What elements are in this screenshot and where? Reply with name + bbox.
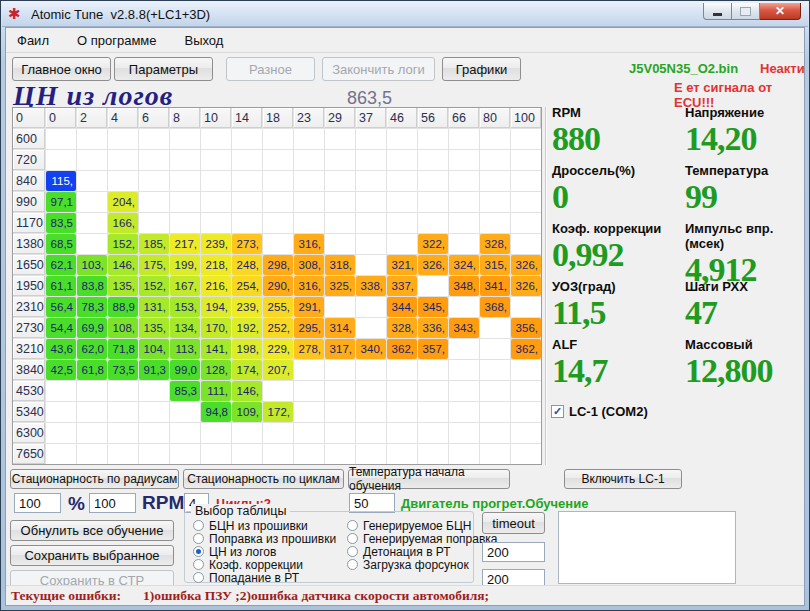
grid-cell[interactable] bbox=[139, 150, 169, 170]
grid-cell[interactable] bbox=[46, 381, 76, 401]
grid-cell[interactable]: 83,8 bbox=[77, 276, 107, 296]
grid-cell[interactable] bbox=[449, 444, 479, 464]
grid-cell[interactable] bbox=[449, 171, 479, 191]
grid-cell[interactable]: 315, bbox=[480, 255, 510, 275]
grid-cell[interactable]: 94,8 bbox=[201, 402, 231, 422]
grid-cell[interactable] bbox=[294, 192, 324, 212]
grid-cell[interactable]: 345, bbox=[418, 297, 448, 317]
grid-cell[interactable] bbox=[480, 381, 510, 401]
grid-cell[interactable] bbox=[356, 402, 386, 422]
grid-cell[interactable] bbox=[77, 171, 107, 191]
grid-cell[interactable] bbox=[201, 213, 231, 233]
grid-cell[interactable] bbox=[232, 444, 262, 464]
grid-cell[interactable] bbox=[294, 381, 324, 401]
grid-cell[interactable] bbox=[511, 150, 541, 170]
grid-cell[interactable] bbox=[418, 171, 448, 191]
enable-lc1-button[interactable]: Включить LC-1 bbox=[564, 469, 682, 489]
grid-cell[interactable] bbox=[387, 360, 417, 380]
grid-cell[interactable]: 175, bbox=[139, 255, 169, 275]
grid-cell[interactable]: 316, bbox=[294, 276, 324, 296]
grid-cell[interactable]: 356, bbox=[511, 318, 541, 338]
grid-cell[interactable]: 336, bbox=[418, 318, 448, 338]
grid-cell[interactable] bbox=[232, 423, 262, 443]
grid-cell[interactable] bbox=[232, 129, 262, 149]
grid-cell[interactable] bbox=[480, 318, 510, 338]
grid-cell[interactable] bbox=[511, 192, 541, 212]
grid-cell[interactable] bbox=[77, 423, 107, 443]
table-select-radio[interactable]: Детонация в РТ bbox=[347, 545, 497, 558]
grid-cell[interactable] bbox=[480, 402, 510, 422]
table-select-radio[interactable]: Поправка из прошивки bbox=[193, 532, 336, 545]
grid-cell[interactable] bbox=[418, 192, 448, 212]
grid-cell[interactable]: 341, bbox=[480, 276, 510, 296]
grid-cell[interactable] bbox=[418, 423, 448, 443]
grid-cell[interactable]: 91,3 bbox=[139, 360, 169, 380]
grid-cell[interactable]: 254, bbox=[232, 276, 262, 296]
grid-cell[interactable]: 316, bbox=[294, 234, 324, 254]
grid-cell[interactable] bbox=[387, 423, 417, 443]
grid-cell[interactable] bbox=[139, 192, 169, 212]
grid-cell[interactable]: 42,5 bbox=[46, 360, 76, 380]
grid-cell[interactable] bbox=[480, 423, 510, 443]
grid-cell[interactable] bbox=[418, 381, 448, 401]
table-select-radio[interactable]: ЦН из логов bbox=[193, 545, 336, 558]
grid-cell[interactable]: 317, bbox=[325, 339, 355, 359]
grid-cell[interactable] bbox=[511, 234, 541, 254]
grid-cell[interactable] bbox=[325, 213, 355, 233]
grid-cell[interactable] bbox=[418, 213, 448, 233]
table-select-radio[interactable]: БЦН из прошивки bbox=[193, 519, 336, 532]
grid-cell[interactable] bbox=[387, 192, 417, 212]
grid-cell[interactable] bbox=[170, 213, 200, 233]
grid-cell[interactable]: 97,1 bbox=[46, 192, 76, 212]
grid-cell[interactable]: 362, bbox=[511, 339, 541, 359]
grid-cell[interactable]: 314, bbox=[325, 318, 355, 338]
grid-cell[interactable]: 362, bbox=[387, 339, 417, 359]
grid-cell[interactable]: 111, bbox=[201, 381, 231, 401]
grid-cell[interactable] bbox=[232, 150, 262, 170]
grid-cell[interactable] bbox=[294, 171, 324, 191]
learning-temperature-button[interactable]: Температура начала обучения bbox=[348, 469, 510, 489]
grid-cell[interactable] bbox=[387, 213, 417, 233]
grid-cell[interactable]: 326, bbox=[418, 255, 448, 275]
grid-cell[interactable]: 278, bbox=[294, 339, 324, 359]
grid-cell[interactable]: 337, bbox=[387, 276, 417, 296]
grid-cell[interactable]: 78,3 bbox=[77, 297, 107, 317]
grid-cell[interactable] bbox=[77, 192, 107, 212]
grid-cell[interactable]: 103, bbox=[77, 255, 107, 275]
grid-cell[interactable]: 322, bbox=[418, 234, 448, 254]
grid-cell[interactable] bbox=[294, 213, 324, 233]
grid-cell[interactable] bbox=[418, 129, 448, 149]
grid-cell[interactable]: 199, bbox=[170, 255, 200, 275]
grid-cell[interactable]: 135, bbox=[108, 276, 138, 296]
toolbar-button[interactable]: Параметры bbox=[114, 57, 213, 81]
grid-cell[interactable]: 326, bbox=[511, 276, 541, 296]
save-selected-button[interactable]: Сохранить выбранное bbox=[10, 545, 174, 566]
grid-cell[interactable] bbox=[77, 234, 107, 254]
timeout1-input[interactable] bbox=[482, 542, 545, 562]
grid-cell[interactable] bbox=[325, 402, 355, 422]
grid-cell[interactable] bbox=[356, 444, 386, 464]
grid-cell[interactable]: 68,5 bbox=[46, 234, 76, 254]
grid-cell[interactable] bbox=[294, 150, 324, 170]
grid-cell[interactable] bbox=[46, 444, 76, 464]
grid-cell[interactable]: 357, bbox=[418, 339, 448, 359]
grid-cell[interactable] bbox=[356, 213, 386, 233]
grid-cell[interactable]: 115, bbox=[46, 171, 76, 191]
grid-cell[interactable]: 83,5 bbox=[46, 213, 76, 233]
lc1-checkbox[interactable]: ✓ LC-1 (COM2) bbox=[551, 404, 648, 419]
grid-cell[interactable]: 166, bbox=[108, 213, 138, 233]
grid-cell[interactable] bbox=[418, 402, 448, 422]
grid-cell[interactable]: 295, bbox=[294, 318, 324, 338]
grid-cell[interactable] bbox=[46, 150, 76, 170]
menu-item-exit[interactable]: Выход bbox=[183, 31, 226, 50]
stationarity-cycles-button[interactable]: Стационарность по циклам bbox=[183, 469, 344, 489]
grid-cell[interactable]: 88,9 bbox=[108, 297, 138, 317]
grid-cell[interactable] bbox=[139, 171, 169, 191]
grid-cell[interactable]: 69,9 bbox=[77, 318, 107, 338]
grid-cell[interactable]: 170, bbox=[201, 318, 231, 338]
grid-cell[interactable]: 248, bbox=[232, 255, 262, 275]
grid-cell[interactable] bbox=[77, 213, 107, 233]
grid-cell[interactable] bbox=[170, 423, 200, 443]
grid-cell[interactable] bbox=[418, 444, 448, 464]
timeout-button[interactable]: timeout bbox=[482, 512, 545, 534]
